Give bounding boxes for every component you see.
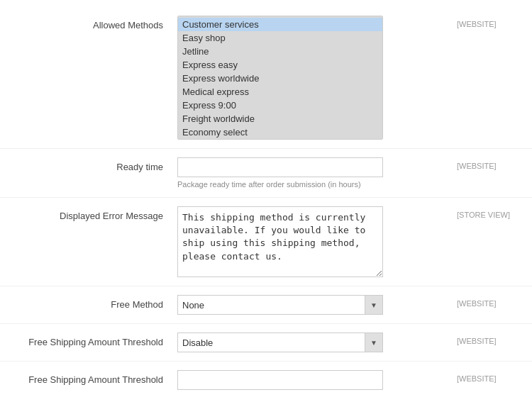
allowed-methods-row: Allowed Methods Customer services Easy s… [0,7,532,149]
free-shipping-threshold-2-scope: [WEBSITE] [447,370,518,383]
allowed-methods-listbox[interactable]: Customer services Easy shop Jetline Expr… [177,16,383,140]
error-message-label: Displayed Error Message [14,206,177,221]
allowed-methods-label: Allowed Methods [14,16,177,30]
free-shipping-threshold-2-row: Free Shipping Amount Threshold [WEBSITE] [0,362,532,398]
error-message-row: Displayed Error Message This shipping me… [0,198,532,286]
form-container: Allowed Methods Customer services Easy s… [0,0,532,406]
error-message-textarea[interactable]: This shipping method is currently unavai… [177,206,383,277]
free-shipping-threshold-1-scope: [WEBSITE] [447,333,518,345]
ready-time-input[interactable] [177,157,383,177]
error-message-scope: [STORE VIEW] [447,206,518,219]
free-method-label: Free Method [14,295,177,310]
ready-time-hint: Package ready time after order submissio… [177,180,447,189]
ready-time-scope: [WEBSITE] [447,157,518,170]
free-method-select-wrapper: None ▼ [177,295,383,315]
free-shipping-threshold-1-select[interactable]: Disable [177,333,383,352]
free-shipping-threshold-1-input-col: Disable ▼ [177,333,447,352]
error-message-input-col: This shipping method is currently unavai… [177,206,447,277]
ready-time-row: Ready time Package ready time after orde… [0,149,532,198]
free-method-select[interactable]: None [177,295,383,315]
free-shipping-threshold-2-input[interactable] [177,370,383,390]
free-shipping-threshold-1-select-wrapper: Disable ▼ [177,333,383,352]
ready-time-label: Ready time [14,157,177,172]
free-shipping-threshold-2-label: Free Shipping Amount Threshold [14,370,177,385]
allowed-methods-input-col: Customer services Easy shop Jetline Expr… [177,16,447,140]
free-method-scope: [WEBSITE] [447,295,518,308]
free-method-input-col: None ▼ [177,295,447,315]
free-shipping-threshold-1-label: Free Shipping Amount Threshold [14,333,177,347]
free-method-row: Free Method None ▼ [WEBSITE] [0,286,532,324]
free-shipping-threshold-2-input-col [177,370,447,390]
free-shipping-threshold-1-row: Free Shipping Amount Threshold Disable ▼… [0,324,532,362]
allowed-methods-scope: [WEBSITE] [447,16,518,28]
ready-time-input-col: Package ready time after order submissio… [177,157,447,189]
